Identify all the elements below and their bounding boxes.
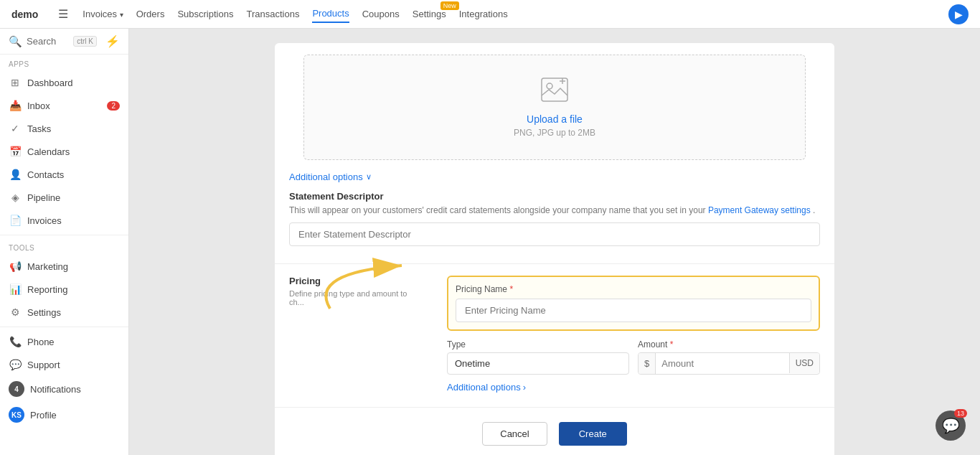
sidebar-item-label: Notifications [30,384,81,395]
sidebar-item-support[interactable]: 💬 Support [0,353,128,376]
sidebar-item-dashboard[interactable]: ⊞ Dashboard [0,71,128,94]
doc-icon: 📄 [9,214,22,227]
type-amount-row: Type OnetimeRecurring Amount * $ [447,339,820,375]
sidebar-item-label: Calendars [27,146,70,157]
pricing-name-input[interactable] [456,299,811,322]
sidebar-item-marketing[interactable]: 📢 Marketing [0,255,128,278]
type-label: Type [447,339,629,350]
calendar-icon: 📅 [9,145,22,158]
nav-subscriptions[interactable]: Subscriptions [177,6,233,22]
sidebar-item-label: Reporting [27,284,67,295]
pricing-section-title: Pricing [289,276,418,286]
amount-prefix: $ [639,353,656,374]
amount-suffix: USD [789,353,819,373]
sidebar-item-label: Inbox [27,100,50,111]
inbox-icon: 📥 [9,99,22,112]
sidebar-divider-2 [0,327,128,327]
apps-section-label: Apps [0,55,128,71]
nav-transactions[interactable]: Transactions [246,6,299,22]
create-button[interactable]: Create [559,422,627,446]
chevron-right-icon: › [523,382,526,393]
pricing-left-panel: Pricing Define pricing type and amount t… [275,276,433,395]
pricing-section-desc: Define pricing type and amount to ch... [289,289,418,306]
tools-section-label: Tools [0,238,128,255]
content-area: Upload a file PNG, JPG up to 2MB Additio… [129,29,980,455]
sidebar-item-notifications[interactable]: 4 Notifications [0,376,128,402]
main-layout: 🔍 Search ctrl K ⚡ Apps ⊞ Dashboard 📥 Inb… [0,29,980,455]
sidebar-item-profile[interactable]: KS Profile [0,402,128,428]
svg-point-2 [547,83,552,89]
pricing-name-label: Pricing Name * [456,284,811,294]
sidebar-item-label: Marketing [27,261,68,272]
upload-hint: PNG, JPG up to 2MB [514,128,595,138]
sidebar-item-label: Pipeline [27,192,60,203]
nav-settings[interactable]: Settings New [413,6,446,22]
sidebar-item-label: Profile [30,410,57,421]
chat-widget[interactable]: 💬 13 [936,411,966,441]
hamburger-icon[interactable]: ☰ [58,7,68,21]
sidebar-item-invoices[interactable]: 📄 Invoices [0,209,128,232]
upload-section[interactable]: Upload a file PNG, JPG up to 2MB [303,55,806,160]
sidebar-item-label: Tasks [27,123,51,134]
nav-products[interactable]: Products [312,5,349,23]
top-navigation: demo ☰ Invoices ▾ Orders Subscriptions T… [0,0,980,29]
sidebar-item-phone[interactable]: 📞 Phone [0,330,128,353]
sidebar-item-label: Dashboard [27,78,73,88]
check-icon: ✓ [9,122,22,135]
search-shortcut: ctrl K [73,36,97,47]
notification-count-badge: 4 [9,381,24,397]
nav-forward-button[interactable]: ▶ [948,4,969,24]
sidebar-item-pipeline[interactable]: ◈ Pipeline [0,186,128,209]
new-badge: New [440,1,459,10]
nav-integrations[interactable]: Integrations [459,6,508,22]
grid-icon: ⊞ [9,76,22,89]
pricing-right-panel: Pricing Name * Type OnetimeRecurring [433,276,834,395]
amount-input[interactable] [656,353,788,374]
nav-invoices[interactable]: Invoices ▾ [83,6,123,22]
pricing-section: Pricing Define pricing type and amount t… [275,263,834,395]
sidebar-search[interactable]: 🔍 Search ctrl K ⚡ [0,29,128,55]
cancel-button[interactable]: Cancel [482,422,547,446]
statement-descriptor-description: This will appear on your customers' cred… [289,205,820,217]
nav-items: Invoices ▾ Orders Subscriptions Transact… [83,5,507,23]
lightning-icon: ⚡ [105,34,120,48]
chevron-down-icon: ∨ [366,172,372,182]
type-select[interactable]: OnetimeRecurring [447,352,629,375]
additional-options-toggle-1[interactable]: Additional options ∨ [275,169,834,191]
sidebar-item-settings[interactable]: ⚙ Settings [0,301,128,324]
sidebar-item-label: Contacts [27,169,64,180]
statement-descriptor-label: Statement Descriptor [289,191,820,202]
statement-descriptor-input[interactable] [289,222,820,246]
sidebar: 🔍 Search ctrl K ⚡ Apps ⊞ Dashboard 📥 Inb… [0,29,129,455]
filter-icon: ◈ [9,191,22,204]
app-logo: demo [11,9,38,20]
additional-options-label-2: Additional options [447,382,521,393]
megaphone-icon: 📢 [9,260,22,273]
phone-icon: 📞 [9,335,22,348]
amount-field-group: Amount * $ USD [638,339,820,375]
inbox-badge: 2 [107,101,120,111]
sidebar-item-tasks[interactable]: ✓ Tasks [0,117,128,140]
payment-gateway-link[interactable]: Payment Gateway settings [708,205,811,215]
sidebar-item-label: Settings [27,307,61,318]
nav-coupons[interactable]: Coupons [362,6,400,22]
gear-icon: ⚙ [9,306,22,319]
sidebar-item-reporting[interactable]: 📊 Reporting [0,278,128,301]
svg-rect-1 [542,78,567,101]
search-icon: 🔍 [9,35,22,48]
pricing-name-container: Pricing Name * [447,276,820,331]
chat-icon: 💬 [942,417,960,434]
sidebar-item-label: Phone [27,337,55,347]
sidebar-item-label: Invoices [27,215,62,226]
sidebar-item-inbox[interactable]: 📥 Inbox 2 [0,94,128,117]
nav-orders[interactable]: Orders [136,6,165,22]
sidebar-item-calendars[interactable]: 📅 Calendars [0,140,128,163]
sidebar-item-contacts[interactable]: 👤 Contacts [0,163,128,186]
amount-required-star: * [670,339,674,350]
additional-options-toggle-2[interactable]: Additional options › [447,375,820,395]
bottom-actions: Cancel Create [275,407,834,455]
chart-icon: 📊 [9,283,22,296]
upload-label[interactable]: Upload a file [527,113,583,125]
sidebar-divider [0,235,128,235]
chat-badge: 13 [954,409,967,418]
